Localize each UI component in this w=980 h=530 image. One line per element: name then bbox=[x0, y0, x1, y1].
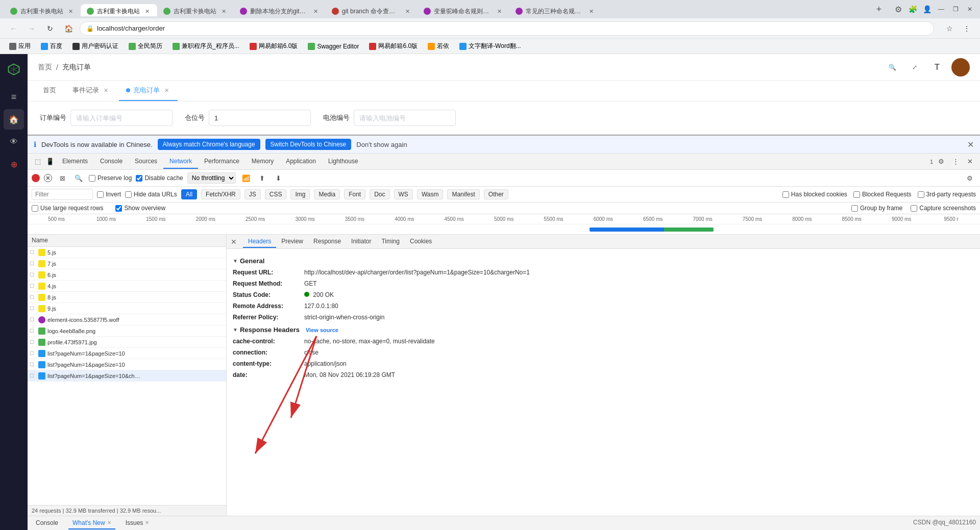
devtools-tab[interactable]: Application bbox=[280, 155, 322, 169]
devtools-more-icon[interactable]: ⋮ bbox=[949, 156, 962, 168]
switch-to-chinese-button[interactable]: Switch DevTools to Chinese bbox=[265, 139, 352, 150]
maximize-button[interactable]: ❐ bbox=[949, 3, 962, 15]
devtools-inspect-icon[interactable]: ⬚ bbox=[32, 156, 44, 168]
browser-tab[interactable]: git branch 命令查看... ✕ bbox=[326, 4, 418, 16]
detail-close-button[interactable]: ✕ bbox=[231, 238, 237, 246]
filter-type-button[interactable]: Doc bbox=[370, 189, 389, 199]
clear-button[interactable] bbox=[44, 174, 52, 182]
group-by-frame-input[interactable] bbox=[851, 205, 858, 212]
form-input[interactable] bbox=[209, 110, 311, 126]
large-rows-input[interactable] bbox=[32, 205, 38, 212]
settings-icon[interactable]: ⚙ bbox=[892, 3, 904, 15]
detail-tab[interactable]: Timing bbox=[376, 236, 405, 248]
forward-button[interactable]: → bbox=[24, 21, 39, 36]
filter-type-button[interactable]: Manifest bbox=[447, 189, 479, 199]
bottom-tab-close-icon[interactable]: ✕ bbox=[107, 520, 111, 525]
download-icon[interactable]: ⬇ bbox=[273, 172, 285, 184]
sidebar-menu-icon[interactable]: ≡ bbox=[4, 87, 24, 107]
invert-checkbox[interactable]: Invert bbox=[97, 191, 121, 198]
app-tab-close-icon[interactable]: ✕ bbox=[163, 87, 170, 94]
bookmark-item[interactable]: 应用 bbox=[6, 41, 34, 52]
tab-close-button[interactable]: ✕ bbox=[311, 7, 320, 15]
bookmark-item[interactable]: 网易邮箱6.0版 bbox=[366, 41, 421, 52]
reload-button[interactable]: ↻ bbox=[43, 21, 57, 36]
tab-close-button[interactable]: ✕ bbox=[66, 7, 75, 15]
request-list-item[interactable]: ☐ 8.js bbox=[28, 292, 226, 303]
devtools-bottom-tab[interactable]: What's New ✕ bbox=[68, 517, 115, 529]
sidebar-chart-icon[interactable]: ⊕ bbox=[4, 154, 24, 174]
devtools-tab[interactable]: Sources bbox=[129, 155, 163, 169]
always-match-language-button[interactable]: Always match Chrome's language bbox=[158, 139, 260, 150]
request-list-item[interactable]: ☐ 6.js bbox=[28, 269, 226, 281]
hide-data-urls-input[interactable] bbox=[125, 191, 132, 198]
detail-tab[interactable]: Initiator bbox=[346, 236, 376, 248]
devtools-tab[interactable]: Console bbox=[94, 155, 129, 169]
user-profile-icon[interactable]: 👤 bbox=[921, 3, 933, 15]
devtools-settings-icon[interactable]: ⚙ bbox=[935, 156, 947, 168]
dont-show-link[interactable]: Don't show again bbox=[356, 141, 407, 148]
view-source-link[interactable]: View source bbox=[306, 327, 338, 333]
settings-icon-network[interactable]: ⚙ bbox=[964, 172, 976, 184]
wifi-icon[interactable]: 📶 bbox=[240, 172, 252, 184]
blocked-requests-checkbox[interactable]: Blocked Requests bbox=[853, 191, 912, 198]
bookmark-item[interactable]: 文字翻译-Word翻... bbox=[456, 41, 524, 52]
bottom-tab-close-icon[interactable]: ✕ bbox=[145, 520, 149, 525]
close-button[interactable]: ✕ bbox=[964, 3, 976, 15]
detail-tab[interactable]: Cookies bbox=[405, 236, 437, 248]
minimize-button[interactable]: — bbox=[935, 3, 947, 15]
upload-icon[interactable]: ⬆ bbox=[256, 172, 268, 184]
devtools-bottom-tab[interactable]: Issues ✕ bbox=[121, 517, 154, 529]
third-party-input[interactable] bbox=[918, 191, 924, 198]
third-party-checkbox[interactable]: 3rd-party requests bbox=[918, 191, 976, 198]
filter-type-button[interactable]: WS bbox=[394, 189, 413, 199]
request-list-item[interactable]: ☐ 4.js bbox=[28, 281, 226, 292]
sidebar-eye-icon[interactable]: 👁 bbox=[4, 132, 24, 152]
detail-tab[interactable]: Preview bbox=[276, 236, 308, 248]
bookmark-item[interactable]: Swagger Editor bbox=[305, 42, 362, 51]
tab-close-button[interactable]: ✕ bbox=[495, 7, 503, 15]
disable-cache-input[interactable] bbox=[136, 175, 142, 182]
browser-tab[interactable]: 吉利重卡换电站 ✕ bbox=[4, 4, 81, 16]
show-overview-input[interactable] bbox=[115, 205, 122, 212]
bookmark-item[interactable]: 百度 bbox=[38, 41, 65, 52]
devtools-tab[interactable]: Lighthouse bbox=[322, 155, 364, 169]
devtools-tab[interactable]: Network bbox=[163, 155, 198, 169]
request-list-item[interactable]: ☐ list?pageNum=1&pageSize=10 bbox=[28, 348, 226, 359]
filter-type-button[interactable]: All bbox=[181, 189, 197, 199]
home-button[interactable]: 🏠 bbox=[61, 21, 76, 36]
bookmark-item[interactable]: 用户密码认证 bbox=[69, 41, 121, 52]
disable-cache-checkbox[interactable]: Disable cache bbox=[136, 174, 183, 182]
blocked-requests-input[interactable] bbox=[853, 191, 860, 198]
capture-screenshots-checkbox[interactable]: Capture screenshots bbox=[911, 205, 976, 212]
fullscreen-icon[interactable]: ⤢ bbox=[906, 59, 923, 75]
browser-more-icon[interactable]: ⋮ bbox=[960, 21, 974, 36]
invert-input[interactable] bbox=[97, 191, 104, 198]
request-list-item[interactable]: ☐ 7.js bbox=[28, 258, 226, 269]
group-by-frame-checkbox[interactable]: Group by frame bbox=[851, 205, 902, 212]
filter-type-button[interactable]: Wasm bbox=[417, 189, 444, 199]
tab-close-button[interactable]: ✕ bbox=[219, 7, 228, 15]
request-list-item[interactable]: ☐ profile.473f5971.jpg bbox=[28, 337, 226, 348]
app-tab[interactable]: 首页 bbox=[36, 81, 63, 101]
extensions-icon[interactable]: 🧩 bbox=[906, 3, 919, 15]
form-input[interactable] bbox=[354, 110, 456, 126]
filter-type-button[interactable]: Other bbox=[484, 189, 508, 199]
preserve-log-checkbox[interactable]: Preserve log bbox=[89, 174, 132, 182]
filter-type-button[interactable]: JS bbox=[244, 189, 261, 199]
detail-tab[interactable]: Response bbox=[308, 236, 346, 248]
has-blocked-cookies-input[interactable] bbox=[782, 191, 789, 198]
browser-tab[interactable]: 变量驼峰命名规则_百... ✕ bbox=[418, 4, 509, 16]
devtools-close-icon[interactable]: ✕ bbox=[964, 156, 976, 168]
browser-tab[interactable]: 吉利重卡换电站 ✕ bbox=[81, 4, 157, 16]
request-list-item[interactable]: ☐ list?pageNum=1&pageSize=10 bbox=[28, 359, 226, 370]
has-blocked-cookies-checkbox[interactable]: Has blocked cookies bbox=[782, 191, 847, 198]
browser-tab[interactable]: 删除本地分支的git命令 ✕ bbox=[234, 4, 326, 16]
request-list-item[interactable]: ☐ logo.4eeb8a8e.png bbox=[28, 325, 226, 337]
tab-close-button[interactable]: ✕ bbox=[143, 7, 151, 15]
devtools-device-icon[interactable]: 📱 bbox=[44, 156, 56, 168]
filter-icon[interactable]: ⊠ bbox=[56, 172, 68, 184]
form-input[interactable] bbox=[70, 110, 173, 126]
filter-type-button[interactable]: Font bbox=[344, 189, 365, 199]
detail-tab[interactable]: Headers bbox=[243, 236, 276, 248]
devtools-tab[interactable]: Elements bbox=[56, 155, 94, 169]
